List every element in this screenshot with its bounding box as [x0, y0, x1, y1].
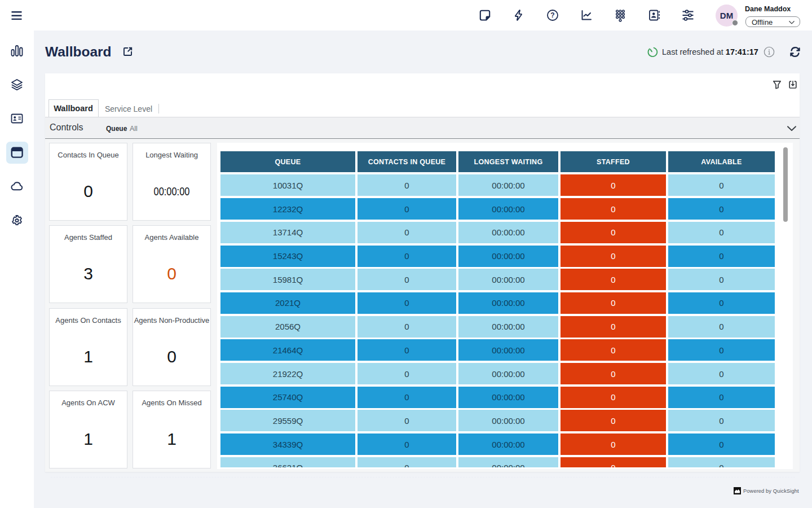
svg-text:?: ? — [550, 11, 554, 19]
